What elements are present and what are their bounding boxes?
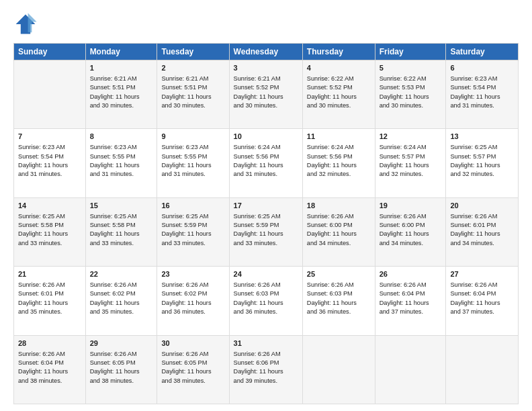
day-number: 20 [450, 201, 514, 212]
calendar-body: 1Sunrise: 6:21 AMSunset: 5:51 PMDaylight… [14, 60, 519, 404]
col-thursday: Thursday [302, 44, 375, 60]
cell-week2-day7: 13Sunrise: 6:25 AMSunset: 5:57 PMDayligh… [446, 129, 519, 197]
cell-week5-day5 [302, 335, 375, 404]
col-friday: Friday [375, 44, 446, 60]
cell-week3-day2: 15Sunrise: 6:25 AMSunset: 5:58 PMDayligh… [85, 197, 157, 266]
cell-content: Sunrise: 6:21 AMSunset: 5:51 PMDaylight:… [161, 75, 224, 110]
day-number: 4 [307, 63, 371, 74]
week-row-2: 7Sunrise: 6:23 AMSunset: 5:54 PMDaylight… [14, 129, 519, 197]
cell-week5-day4: 31Sunrise: 6:26 AMSunset: 6:06 PMDayligh… [229, 335, 302, 404]
cell-week1-day2: 1Sunrise: 6:21 AMSunset: 5:51 PMDaylight… [85, 60, 157, 129]
day-number: 2 [161, 63, 224, 74]
cell-content: Sunrise: 6:24 AMSunset: 5:56 PMDaylight:… [307, 143, 371, 179]
cell-content: Sunrise: 6:26 AMSunset: 6:04 PMDaylight:… [450, 281, 514, 316]
col-tuesday: Tuesday [157, 44, 229, 60]
cell-week2-day1: 7Sunrise: 6:23 AMSunset: 5:54 PMDaylight… [14, 129, 86, 197]
day-number: 8 [90, 132, 153, 142]
cell-content: Sunrise: 6:26 AMSunset: 6:01 PMDaylight:… [450, 212, 514, 248]
cell-content: Sunrise: 6:26 AMSunset: 6:05 PMDaylight:… [161, 350, 224, 385]
cell-week3-day1: 14Sunrise: 6:25 AMSunset: 5:58 PMDayligh… [14, 197, 86, 266]
day-number: 16 [161, 201, 224, 212]
day-number: 19 [380, 201, 442, 212]
col-monday: Monday [85, 44, 157, 60]
cell-content: Sunrise: 6:26 AMSunset: 6:04 PMDaylight:… [380, 281, 442, 316]
cell-content: Sunrise: 6:25 AMSunset: 5:58 PMDaylight:… [90, 212, 153, 248]
cell-week3-day5: 18Sunrise: 6:26 AMSunset: 6:00 PMDayligh… [302, 197, 375, 266]
week-row-5: 28Sunrise: 6:26 AMSunset: 6:04 PMDayligh… [14, 335, 519, 404]
cell-content: Sunrise: 6:26 AMSunset: 6:04 PMDaylight:… [18, 350, 81, 385]
day-number: 14 [18, 201, 81, 212]
cell-week4-day3: 23Sunrise: 6:26 AMSunset: 6:02 PMDayligh… [157, 267, 229, 335]
logo [13, 12, 40, 36]
cell-week1-day6: 5Sunrise: 6:22 AMSunset: 5:53 PMDaylight… [375, 60, 446, 129]
cell-content: Sunrise: 6:24 AMSunset: 5:57 PMDaylight:… [380, 143, 442, 179]
cell-content: Sunrise: 6:21 AMSunset: 5:52 PMDaylight:… [234, 75, 298, 110]
day-number: 30 [161, 338, 224, 349]
cell-week5-day6 [375, 335, 446, 404]
day-number: 15 [90, 201, 153, 212]
cell-week1-day1 [14, 60, 86, 129]
cell-week3-day4: 17Sunrise: 6:25 AMSunset: 5:59 PMDayligh… [229, 197, 302, 266]
day-number: 13 [450, 132, 514, 142]
cell-week4-day1: 21Sunrise: 6:26 AMSunset: 6:01 PMDayligh… [14, 267, 86, 335]
cell-content: Sunrise: 6:25 AMSunset: 5:59 PMDaylight:… [234, 212, 298, 248]
cell-week2-day3: 9Sunrise: 6:23 AMSunset: 5:55 PMDaylight… [157, 129, 229, 197]
cell-content: Sunrise: 6:26 AMSunset: 6:02 PMDaylight:… [161, 281, 224, 316]
day-number: 6 [450, 63, 514, 74]
cell-week3-day3: 16Sunrise: 6:25 AMSunset: 5:59 PMDayligh… [157, 197, 229, 266]
cell-week5-day3: 30Sunrise: 6:26 AMSunset: 6:05 PMDayligh… [157, 335, 229, 404]
day-number: 28 [18, 338, 81, 349]
week-row-4: 21Sunrise: 6:26 AMSunset: 6:01 PMDayligh… [14, 267, 519, 335]
cell-content: Sunrise: 6:26 AMSunset: 6:03 PMDaylight:… [234, 281, 298, 316]
header-row: Sunday Monday Tuesday Wednesday Thursday… [14, 44, 519, 60]
cell-content: Sunrise: 6:25 AMSunset: 5:58 PMDaylight:… [18, 212, 81, 248]
day-number: 23 [161, 269, 224, 280]
day-number: 3 [234, 63, 298, 74]
cell-week4-day4: 24Sunrise: 6:26 AMSunset: 6:03 PMDayligh… [229, 267, 302, 335]
cell-week5-day1: 28Sunrise: 6:26 AMSunset: 6:04 PMDayligh… [14, 335, 86, 404]
day-number: 10 [234, 132, 298, 142]
cell-content: Sunrise: 6:26 AMSunset: 6:01 PMDaylight:… [18, 281, 81, 316]
svg-marker-0 [16, 15, 36, 34]
day-number: 24 [234, 269, 298, 280]
cell-content: Sunrise: 6:24 AMSunset: 5:56 PMDaylight:… [234, 143, 298, 179]
col-wednesday: Wednesday [229, 44, 302, 60]
day-number: 11 [307, 132, 371, 142]
cell-content: Sunrise: 6:26 AMSunset: 6:03 PMDaylight:… [307, 281, 371, 316]
day-number: 7 [18, 132, 81, 142]
logo-icon [13, 12, 38, 36]
cell-week4-day7: 27Sunrise: 6:26 AMSunset: 6:04 PMDayligh… [446, 267, 519, 335]
day-number: 18 [307, 201, 371, 212]
cell-week1-day7: 6Sunrise: 6:23 AMSunset: 5:54 PMDaylight… [446, 60, 519, 129]
cell-week2-day5: 11Sunrise: 6:24 AMSunset: 5:56 PMDayligh… [302, 129, 375, 197]
cell-week2-day4: 10Sunrise: 6:24 AMSunset: 5:56 PMDayligh… [229, 129, 302, 197]
cell-week4-day2: 22Sunrise: 6:26 AMSunset: 6:02 PMDayligh… [85, 267, 157, 335]
cell-content: Sunrise: 6:23 AMSunset: 5:55 PMDaylight:… [161, 143, 224, 179]
cell-content: Sunrise: 6:22 AMSunset: 5:52 PMDaylight:… [307, 75, 371, 110]
cell-content: Sunrise: 6:26 AMSunset: 6:02 PMDaylight:… [90, 281, 153, 316]
cell-content: Sunrise: 6:23 AMSunset: 5:54 PMDaylight:… [18, 143, 81, 179]
cell-content: Sunrise: 6:22 AMSunset: 5:53 PMDaylight:… [380, 75, 442, 110]
cell-content: Sunrise: 6:21 AMSunset: 5:51 PMDaylight:… [90, 75, 153, 110]
day-number: 21 [18, 269, 81, 280]
cell-content: Sunrise: 6:26 AMSunset: 6:00 PMDaylight:… [380, 212, 442, 248]
week-row-1: 1Sunrise: 6:21 AMSunset: 5:51 PMDaylight… [14, 60, 519, 129]
day-number: 29 [90, 338, 153, 349]
day-number: 31 [234, 338, 298, 349]
day-number: 27 [450, 269, 514, 280]
day-number: 1 [90, 63, 153, 74]
calendar-header: Sunday Monday Tuesday Wednesday Thursday… [14, 44, 519, 60]
week-row-3: 14Sunrise: 6:25 AMSunset: 5:58 PMDayligh… [14, 197, 519, 266]
cell-week2-day6: 12Sunrise: 6:24 AMSunset: 5:57 PMDayligh… [375, 129, 446, 197]
cell-week5-day2: 29Sunrise: 6:26 AMSunset: 6:05 PMDayligh… [85, 335, 157, 404]
cell-content: Sunrise: 6:26 AMSunset: 6:00 PMDaylight:… [307, 212, 371, 248]
page: Sunday Monday Tuesday Wednesday Thursday… [0, 0, 532, 411]
cell-content: Sunrise: 6:23 AMSunset: 5:55 PMDaylight:… [90, 143, 153, 179]
cell-week5-day7 [446, 335, 519, 404]
cell-content: Sunrise: 6:23 AMSunset: 5:54 PMDaylight:… [450, 75, 514, 110]
day-number: 25 [307, 269, 371, 280]
day-number: 12 [380, 132, 442, 142]
header [13, 12, 519, 36]
cell-content: Sunrise: 6:25 AMSunset: 5:59 PMDaylight:… [161, 212, 224, 248]
cell-content: Sunrise: 6:25 AMSunset: 5:57 PMDaylight:… [450, 143, 514, 179]
